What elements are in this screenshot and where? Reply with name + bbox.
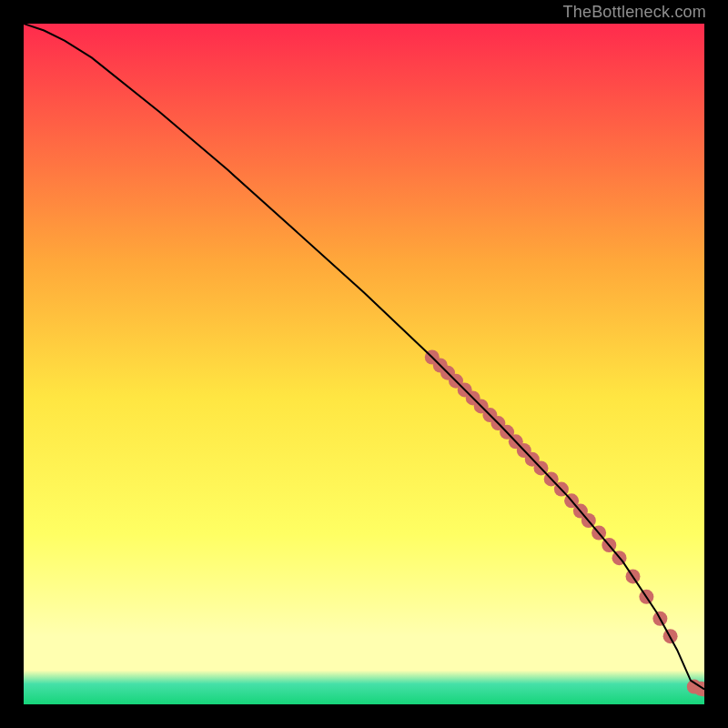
chart-area [24, 24, 704, 704]
attribution-text: TheBottleneck.com [563, 3, 706, 22]
chart-svg [24, 24, 704, 704]
gradient-background [24, 24, 704, 704]
